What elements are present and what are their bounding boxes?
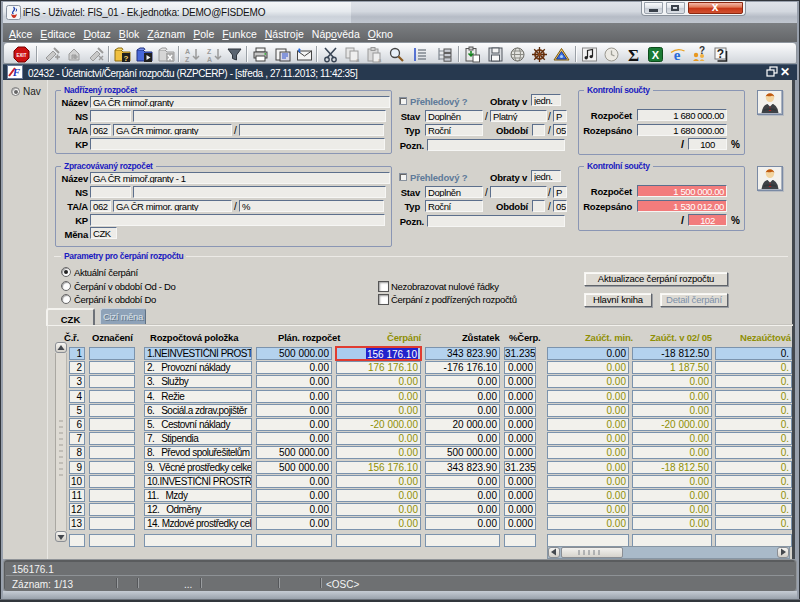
svg-text:Z: Z [185,56,190,63]
svg-text:X: X [652,49,660,61]
svg-text:Z: Z [207,48,212,55]
svg-text:A: A [207,56,212,63]
svg-text:a: a [356,57,360,63]
svg-text:Σ: Σ [628,46,639,63]
svg-text:EXIT: EXIT [16,53,26,58]
svg-text:A: A [185,48,190,55]
svg-text:?: ? [699,46,705,56]
svg-text:?: ? [124,54,129,63]
svg-text:F: F [12,66,21,78]
svg-text:?: ? [717,47,724,61]
svg-text:a: a [378,57,382,63]
